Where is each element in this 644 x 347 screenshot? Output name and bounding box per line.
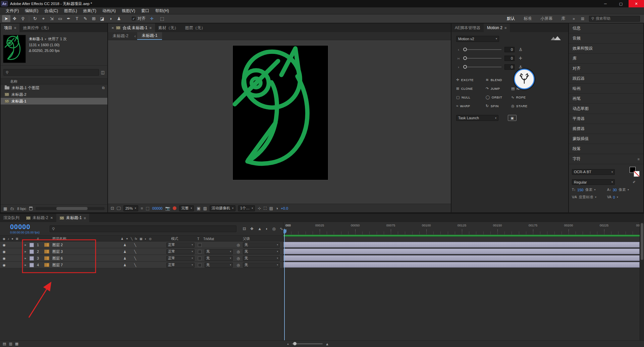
frame-blending-icon[interactable]: ▲	[258, 226, 262, 231]
zoom-slider-knob[interactable]	[293, 342, 297, 345]
slider-knob[interactable]	[463, 48, 467, 51]
warp-button[interactable]: ≈WARP	[456, 104, 486, 108]
mode-dropdown[interactable]: 正常▾	[166, 263, 195, 268]
composition-frame[interactable]	[233, 46, 328, 180]
trash-icon[interactable]	[29, 207, 33, 210]
parent-pickwhip-icon[interactable]: ◎	[237, 262, 240, 268]
exposure-icon[interactable]: ◑	[276, 206, 278, 211]
stare-button[interactable]: ◎STARE	[511, 104, 535, 108]
chevron-down-icon[interactable]: ▾	[594, 188, 595, 191]
show-channel-icon[interactable]	[173, 206, 176, 210]
new-folder-icon[interactable]: 🗀	[10, 206, 14, 211]
menu-file[interactable]: 文件(F)	[3, 8, 22, 14]
panel-menu-icon[interactable]: ≡	[504, 26, 506, 30]
sidebar-item-character[interactable]: 字符 ≡	[569, 154, 643, 164]
layer-name[interactable]: 图层 3	[52, 248, 63, 255]
layer-duration-bar[interactable]	[283, 242, 640, 248]
sidebar-item-wiggler[interactable]: 摇摆器	[569, 124, 643, 134]
fill-color-swatch[interactable]	[634, 171, 640, 177]
zoom-tool[interactable]: ⚲	[19, 15, 27, 22]
panel-menu-icon[interactable]: ≡	[638, 157, 640, 161]
chevron-collapse-icon[interactable]: ›‹	[456, 56, 461, 60]
magnification-icon[interactable]: 🖵	[117, 206, 121, 211]
visibility-toggle[interactable]: ◉	[3, 262, 6, 268]
layer-duration-bar[interactable]	[283, 255, 640, 261]
layer-row[interactable]: ◉ ► 2 图层 3 ♟ ╲ 正常▾ 无▾ ◎ 无▾	[0, 248, 283, 255]
trkmat-dropdown[interactable]: 无▾	[205, 263, 233, 268]
preserve-transparency-box[interactable]	[198, 250, 202, 254]
parent-column-header[interactable]: 父级	[243, 236, 250, 242]
mask-visibility-icon[interactable]: ⬚	[146, 206, 149, 211]
chevron-down-icon[interactable]: ▼	[44, 38, 47, 41]
menu-view[interactable]: 视图(V)	[119, 8, 138, 14]
preserve-transparency-box[interactable]	[198, 263, 202, 267]
composition-mini-flowchart-icon[interactable]: ⊟	[243, 226, 246, 231]
exposure-value[interactable]: +0.0	[281, 206, 288, 210]
slider-knob[interactable]	[463, 65, 467, 69]
quality-switch[interactable]: ╲	[134, 262, 136, 268]
slider-value-field[interactable]: 0	[504, 47, 515, 52]
current-frame-display[interactable]: 00000	[10, 223, 47, 230]
trkmat-column-header[interactable]: TrkMat	[203, 236, 214, 242]
jump-button[interactable]: ↷JUMP	[486, 86, 511, 91]
mode-dropdown[interactable]: 正常▾	[166, 249, 195, 254]
menu-animation[interactable]: 动画(A)	[99, 8, 119, 14]
sidebar-item-paint[interactable]: 绘画	[569, 84, 643, 94]
slider-track[interactable]	[464, 58, 501, 59]
parent-pickwhip-icon[interactable]: ◎	[237, 241, 240, 248]
sidebar-item-align[interactable]: 对齐	[569, 64, 643, 74]
label-color-chip[interactable]	[30, 250, 34, 254]
spin-button[interactable]: ↻SPIN	[486, 104, 511, 108]
chevron-right-icon[interactable]: ›	[456, 65, 461, 69]
project-column-header[interactable]: 名称	[1, 78, 107, 84]
kerning-control[interactable]: V∕A 度量标准 ▾	[572, 195, 605, 200]
shy-switch[interactable]: ♟	[123, 262, 126, 268]
layer-name[interactable]: 图层 6	[52, 255, 63, 262]
maximize-button[interactable]: ▢	[613, 0, 629, 7]
hand-tool[interactable]: ✥	[10, 15, 19, 22]
expand-transfer-controls-icon[interactable]: ▥	[9, 342, 12, 346]
sidebar-item-info[interactable]: 信息	[569, 23, 643, 33]
layer-row[interactable]: ◉ ► 3 图层 6 ♟ ╲ 正常▾ 无▾ ◎ 无▾	[0, 255, 283, 262]
tab-motion-2[interactable]: Motion 2 ≡	[484, 23, 510, 32]
close-tab-icon[interactable]: ✕	[50, 216, 53, 220]
mt-mograph-deer-logo[interactable]	[514, 69, 535, 89]
menu-edit[interactable]: 编辑(E)	[22, 8, 41, 14]
tab-composition[interactable]: ✕ 合成 未标题-1 ≡	[108, 23, 155, 32]
puppet-pin-tool[interactable]: ♟	[115, 15, 123, 22]
current-frame-field[interactable]: 00000	[152, 206, 163, 210]
quality-switch[interactable]: ╲	[134, 248, 136, 255]
list-item[interactable]: 未标题-1 个图层 ⧉	[1, 84, 107, 91]
close-button[interactable]: ✕	[629, 0, 644, 7]
expand-arrow-icon[interactable]: ►	[24, 248, 27, 255]
pan-behind-tool[interactable]: ⇲	[48, 15, 56, 22]
label-color-chip[interactable]	[30, 256, 34, 261]
graph-editor-icon[interactable]: ∿	[280, 226, 283, 231]
minimize-button[interactable]: ─	[598, 0, 613, 7]
tab-timeline-untitled-2[interactable]: 未标题-2 ✕	[23, 214, 56, 222]
motion-blur-icon[interactable]: ◐	[266, 226, 268, 231]
tab-script-manager[interactable]: AE脚本管理器	[451, 23, 484, 32]
pen-tool[interactable]: ✒	[64, 15, 73, 22]
view-layout-dropdown[interactable]: 1个…▾	[238, 205, 255, 211]
interpret-footage-icon[interactable]: ▦	[3, 206, 7, 211]
search-options-icon[interactable]: ◫	[101, 70, 105, 75]
menu-window[interactable]: 窗口	[138, 8, 152, 14]
time-ruler[interactable]: 000 00025 00050 00075 00100 00125 00150 …	[283, 222, 640, 235]
composition-viewer[interactable]	[108, 40, 451, 204]
font-size-control[interactable]: T↕ 150 像素 ▾	[572, 187, 605, 192]
rope-button[interactable]: ∿ROPE	[511, 95, 535, 99]
shy-switch[interactable]: ♟	[123, 255, 126, 262]
parent-dropdown[interactable]: 无▾	[243, 249, 280, 254]
list-item-selected[interactable]: 未标题-1	[1, 98, 107, 105]
fast-previews-icon[interactable]: ⛶	[264, 206, 266, 211]
expand-arrow-icon[interactable]: ►	[24, 262, 27, 268]
zoom-dropdown[interactable]: 25%▾	[123, 205, 138, 211]
list-item[interactable]: 未标题-2	[1, 91, 107, 98]
tab-scroll-left-icon[interactable]: ‹	[133, 32, 137, 40]
parent-pickwhip-icon[interactable]: ◎	[237, 248, 240, 255]
workspace-small-screen[interactable]: 小屏幕	[536, 16, 556, 21]
tab-project[interactable]: 项目 ≡	[1, 23, 19, 32]
eyedropper-icon[interactable]: ✐	[633, 180, 636, 184]
blend-button[interactable]: ≋BLEND	[486, 78, 511, 82]
